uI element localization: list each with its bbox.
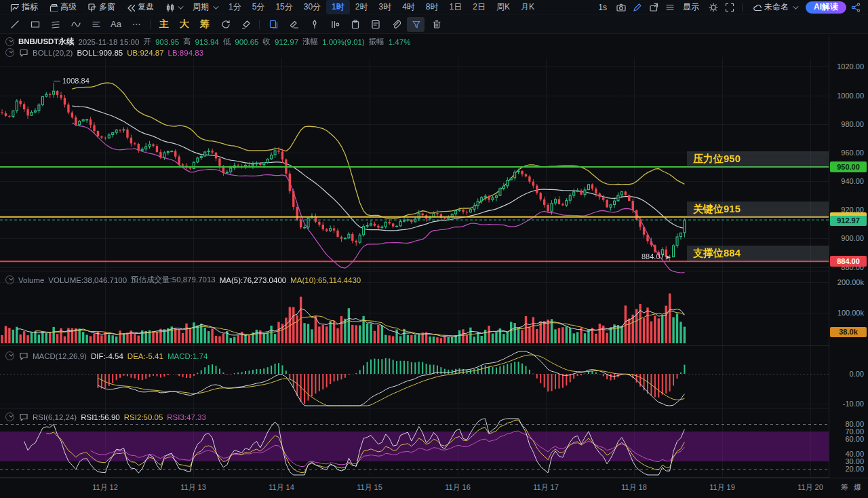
ai-analyze-button[interactable]: AI解读 (806, 1, 846, 14)
chevron-down-icon (213, 3, 218, 9)
timeframe-button[interactable]: 1时 (326, 0, 350, 14)
boll-lb-value: LB:894.83 (168, 49, 203, 57)
fullscreen-button[interactable] (722, 1, 736, 14)
time-axis[interactable]: 11月 1211月 1311月 1411月 1511月 1611月 1711月 … (0, 478, 868, 498)
axis-tick-label: 1020.00 (837, 62, 864, 71)
chat-bubble-icon[interactable] (18, 47, 28, 58)
volume-legend: Volume VOLUME:38,046.7100 预估成交量:50,879.7… (5, 275, 361, 285)
multiwindow-button[interactable]: 多窗 (83, 0, 120, 14)
attach-tool[interactable] (387, 17, 404, 32)
period-label: 周期 (193, 1, 209, 13)
draw-button[interactable] (629, 1, 644, 14)
marked-high-tag: 1008.84 (62, 77, 90, 85)
macd-dif-value: DIF:-4.54 (91, 352, 123, 360)
axis-tick-label: 200.00k (837, 278, 864, 286)
pattern-tool[interactable] (326, 17, 343, 32)
cloud-icon (753, 3, 762, 12)
pattern-icon (330, 19, 340, 29)
chart-style-button[interactable] (160, 1, 186, 13)
timeframe-button[interactable]: 1分 (223, 0, 247, 14)
timeframe-button[interactable]: 30分 (298, 0, 326, 14)
funnel-icon (411, 19, 421, 29)
low-value: 900.65 (235, 38, 258, 46)
big-chart-toggle[interactable]: 大 (176, 17, 193, 32)
collapse-icon[interactable] (5, 413, 14, 421)
indicator-button[interactable]: 指标 (5, 0, 43, 14)
trendline-icon (9, 19, 20, 29)
pencil-icon (632, 2, 642, 12)
snapshot-icon (648, 2, 658, 12)
settings-button[interactable] (705, 1, 720, 14)
eraser-tool[interactable] (285, 17, 302, 32)
brush-icon (241, 19, 251, 29)
timeframe-button[interactable]: 5分 (247, 0, 271, 14)
timeframe-button[interactable]: 周K (491, 0, 515, 14)
open-value: 903.95 (155, 38, 179, 46)
camera-button[interactable] (613, 1, 628, 14)
timeframe-button[interactable]: 2日 (467, 0, 491, 14)
timeframe-button[interactable]: 15分 (270, 0, 298, 14)
trendline-tool[interactable] (5, 17, 23, 32)
wave-tool[interactable] (66, 17, 84, 32)
clipboard-tool[interactable] (346, 17, 363, 32)
macd-hist-value: MACD:1.74 (167, 352, 208, 360)
burst-panel-button[interactable]: 爆 (854, 482, 861, 493)
text-tool[interactable]: Aa (107, 17, 125, 32)
chip-toggle[interactable]: 筹 (196, 17, 214, 32)
timeframe-button[interactable]: 月K (515, 0, 540, 14)
display-button[interactable]: 显示 (678, 0, 704, 14)
chevron-down-icon (178, 3, 183, 9)
refresh-tool[interactable] (216, 17, 234, 32)
archive-box-icon (49, 3, 58, 12)
bar-datetime: 2025-11-18 15:00 (78, 38, 139, 46)
advanced-button[interactable]: 高级 (44, 0, 81, 14)
time-tick-label: 11月 14 (261, 482, 302, 493)
funnel-tool[interactable] (407, 17, 425, 32)
chip-panel-button[interactable]: 筹 (841, 482, 848, 493)
trash-tool[interactable] (427, 17, 445, 32)
snapshot-button[interactable] (646, 1, 660, 14)
copy-tool[interactable] (264, 17, 282, 32)
timeframe-button[interactable]: 8时 (420, 0, 444, 14)
axis-tick-label: 20.00 (845, 465, 864, 473)
replay-button[interactable]: 复盘 (121, 0, 159, 14)
speed-button[interactable]: 1s (593, 1, 612, 14)
attach-icon (391, 19, 401, 29)
collapse-icon[interactable] (5, 37, 14, 46)
time-tick-label: 11月 17 (526, 482, 566, 493)
close-value: 912.97 (275, 38, 298, 46)
timeframe-button[interactable]: 1日 (444, 0, 468, 14)
boll-name: BOLL(20,2) (33, 49, 73, 57)
more-tools[interactable]: ⋯ (127, 17, 145, 32)
trash-icon (431, 19, 441, 29)
clipboard-icon (350, 19, 360, 29)
collapse-icon[interactable] (5, 275, 14, 284)
collapse-icon[interactable] (5, 48, 14, 57)
volume-ma10: MA(10):65,114.4430 (290, 276, 361, 284)
price-axis[interactable]: 1020.001000.00980.00960.00940.00920.0090… (829, 35, 868, 478)
brush-tool[interactable] (237, 17, 254, 32)
layout-name-button[interactable]: 未命名 (748, 0, 802, 14)
timeframe-button[interactable]: 4时 (397, 0, 420, 14)
key-level-annotation[interactable]: 关键位915 (687, 202, 829, 217)
main-chart-toggle[interactable]: 主 (155, 17, 173, 32)
timeframe-button[interactable]: 3时 (373, 0, 397, 14)
channel-tool[interactable] (46, 17, 64, 32)
support-annotation[interactable]: 支撑位884 (687, 246, 829, 261)
pen-tool[interactable] (305, 17, 323, 32)
period-button[interactable]: 周期 (188, 0, 222, 14)
candle-icon (165, 3, 174, 12)
chat-bubble-icon[interactable] (18, 412, 28, 422)
boll-ub-value: UB:924.87 (127, 49, 163, 57)
share-button[interactable] (848, 1, 863, 14)
list-tool[interactable] (87, 17, 104, 32)
timeframe-button[interactable]: 2时 (350, 0, 374, 14)
axis-tick-label: 100.00k (837, 309, 864, 317)
object-list-button[interactable] (662, 1, 677, 14)
resistance-annotation[interactable]: 压力位950 (687, 151, 829, 167)
chat-bubble-icon[interactable] (18, 351, 28, 361)
note-tool[interactable] (366, 17, 384, 32)
collapse-icon[interactable] (5, 351, 14, 360)
rect-tool[interactable] (26, 17, 43, 32)
copy-icon (269, 19, 279, 29)
